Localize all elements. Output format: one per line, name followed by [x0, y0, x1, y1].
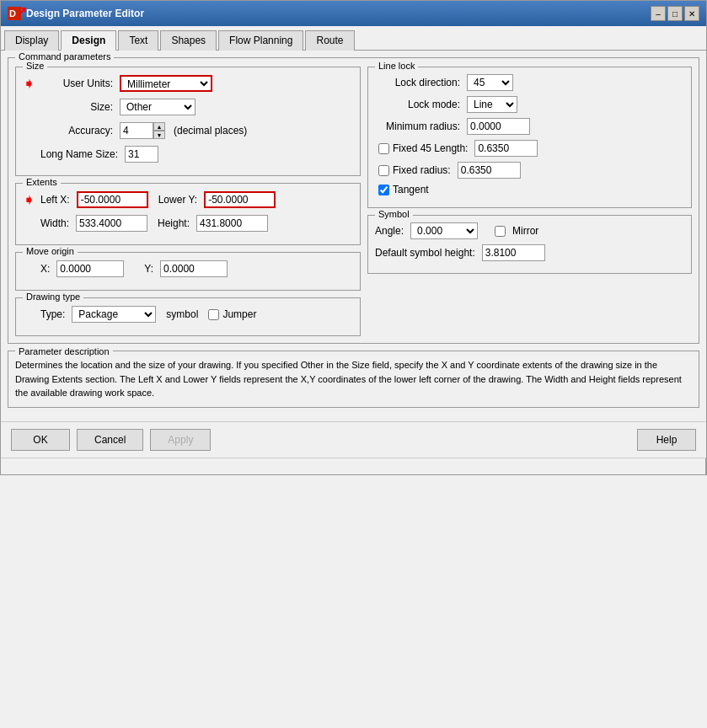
tangent-checkbox[interactable]	[378, 185, 389, 195]
right-column: Line lock Lock direction: 45 90 0	[367, 67, 692, 336]
fixed-radius-checkbox[interactable]	[378, 165, 389, 176]
fixed-radius-label: Fixed radius:	[393, 164, 451, 176]
user-units-select[interactable]: Millimeter Inch Mil	[120, 75, 212, 92]
ok-button[interactable]: OK	[11, 429, 70, 451]
lock-direction-label: Lock direction:	[375, 77, 463, 88]
bottom-bar: OK Cancel Apply Help	[1, 421, 706, 458]
origin-y-label: Y:	[144, 263, 153, 275]
svg-text:D: D	[9, 8, 16, 19]
origin-x-input[interactable]: 0.0000	[56, 260, 124, 277]
left-x-label: Left X:	[40, 194, 70, 206]
type-select[interactable]: Package Mechanical Schematic	[72, 306, 156, 323]
accuracy-spinner: 4 ▲ ▼	[120, 122, 165, 139]
fixed45-label: Fixed 45 Length:	[393, 142, 468, 154]
size-group-label: Size	[23, 61, 47, 71]
tab-text[interactable]: Text	[118, 30, 158, 51]
tab-flow-planning[interactable]: Flow Planning	[218, 30, 303, 51]
long-name-label: Long Name Size:	[40, 148, 121, 160]
extents-group: Extents ➧ Left X: -50.0000 Lower Y: -50.…	[15, 183, 361, 245]
default-height-input[interactable]: 3.8100	[482, 244, 545, 261]
user-units-row: ➧ User Units: Millimeter Inch Mil	[23, 74, 353, 93]
move-origin-group: Move origin ➧ X: 0.0000 Y: 0.0000	[15, 252, 361, 291]
tangent-row: Tangent	[375, 184, 684, 195]
angle-row: Angle: 0.000 90.000 180.000 270.000 Mirr…	[375, 222, 684, 239]
param-desc-text: Determines the location and the size of …	[15, 360, 682, 398]
size-label: Size:	[40, 101, 116, 113]
move-origin-label: Move origin	[23, 246, 78, 256]
fixed45-input[interactable]: 0.6350	[474, 140, 538, 157]
lower-y-input[interactable]: -50.0000	[204, 191, 276, 208]
width-label: Width:	[40, 217, 69, 229]
min-radius-label: Minimum radius:	[375, 120, 463, 132]
arrow-indicator-units: ➧	[23, 74, 35, 93]
jumper-label: Jumper	[222, 308, 256, 320]
lock-mode-row: Lock mode: Line Arc Off	[375, 96, 684, 113]
tab-design[interactable]: Design	[61, 30, 116, 51]
param-description: Parameter description Determines the loc…	[8, 351, 699, 408]
move-origin-row: ➧ X: 0.0000 Y: 0.0000	[23, 260, 353, 278]
spinner-buttons: ▲ ▼	[153, 122, 165, 139]
tab-bar: Display Design Text Shapes Flow Planning…	[1, 26, 706, 51]
tab-display[interactable]: Display	[4, 30, 59, 51]
height-input[interactable]: 431.8000	[196, 215, 268, 232]
app-icon: D ↗	[8, 7, 21, 20]
main-window: D ↗ Design Parameter Editor – □ ✕ Displa…	[0, 0, 707, 475]
window-title: Design Parameter Editor	[26, 8, 144, 19]
tab-shapes[interactable]: Shapes	[160, 30, 217, 51]
two-col-layout: Size ➧ User Units: Millimeter Inch Mil	[15, 67, 692, 336]
spinner-up[interactable]: ▲	[153, 122, 165, 131]
param-desc-label: Parameter description	[15, 345, 113, 359]
fixed-radius-input[interactable]: 0.6350	[458, 162, 521, 179]
origin-x-label: X:	[40, 263, 50, 275]
long-name-input[interactable]: 31	[125, 146, 158, 163]
height-label: Height:	[158, 217, 190, 229]
left-column: Size ➧ User Units: Millimeter Inch Mil	[15, 67, 361, 336]
lock-mode-select[interactable]: Line Arc Off	[467, 96, 517, 113]
size-select[interactable]: Other A4 A3 A B	[120, 99, 195, 115]
symbol-group: Symbol Angle: 0.000 90.000 180.000 270.0…	[367, 215, 692, 274]
extents-bottom-row: ➧ Width: 533.4000 Height: 431.8000	[23, 214, 353, 233]
jumper-checkbox[interactable]	[208, 309, 219, 320]
apply-button[interactable]: Apply	[150, 429, 211, 451]
mirror-checkbox[interactable]	[495, 226, 506, 237]
fixed45-row: Fixed 45 Length: 0.6350	[375, 140, 684, 157]
user-units-label: User Units:	[40, 78, 116, 89]
symbol-group-label: Symbol	[375, 209, 413, 219]
tangent-label: Tangent	[393, 184, 429, 195]
width-input[interactable]: 533.4000	[76, 215, 147, 232]
fixed-radius-row: Fixed radius: 0.6350	[375, 162, 684, 179]
mirror-label: Mirror	[512, 225, 538, 237]
fixed45-checkbox[interactable]	[378, 143, 389, 154]
min-radius-input[interactable]: 0.0000	[467, 118, 530, 135]
decimal-places-label: (decimal places)	[174, 125, 247, 136]
accuracy-row: ➧ Accuracy: 4 ▲ ▼ (decimal places)	[23, 121, 353, 140]
cancel-button[interactable]: Cancel	[77, 429, 143, 451]
minimize-button[interactable]: –	[651, 6, 666, 21]
left-x-input[interactable]: -50.0000	[77, 191, 148, 208]
extents-group-label: Extents	[23, 177, 61, 187]
command-params-group: Command parameters Size ➧ User Units: Mi…	[8, 57, 699, 344]
maximize-button[interactable]: □	[667, 6, 683, 21]
angle-select[interactable]: 0.000 90.000 180.000 270.000	[410, 222, 478, 239]
help-button[interactable]: Help	[637, 429, 696, 451]
tab-route[interactable]: Route	[305, 30, 354, 51]
title-buttons: – □ ✕	[651, 6, 699, 21]
lock-direction-select[interactable]: 45 90 0	[467, 74, 513, 91]
status-bar	[1, 458, 706, 474]
line-lock-label: Line lock	[375, 61, 418, 71]
min-radius-row: Minimum radius: 0.0000	[375, 118, 684, 135]
title-bar: D ↗ Design Parameter Editor – □ ✕	[1, 1, 706, 26]
default-height-label: Default symbol height:	[375, 247, 475, 259]
accuracy-input[interactable]: 4	[120, 122, 153, 139]
long-name-row: ➧ Long Name Size: 31	[23, 145, 353, 163]
default-height-row: Default symbol height: 3.8100	[375, 244, 684, 261]
lock-direction-row: Lock direction: 45 90 0	[375, 74, 684, 91]
close-button[interactable]: ✕	[684, 6, 699, 21]
origin-y-input[interactable]: 0.0000	[160, 260, 228, 277]
size-group: Size ➧ User Units: Millimeter Inch Mil	[15, 67, 361, 176]
status-panel	[1, 458, 706, 474]
type-label: Type:	[40, 308, 65, 320]
lock-mode-label: Lock mode:	[375, 99, 463, 110]
spinner-down[interactable]: ▼	[153, 131, 165, 139]
drawing-type-label: Drawing type	[23, 292, 83, 302]
